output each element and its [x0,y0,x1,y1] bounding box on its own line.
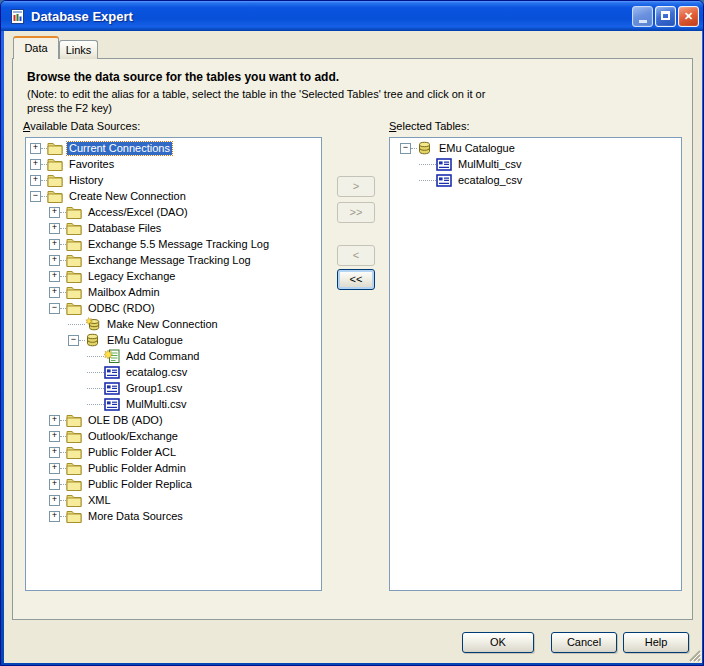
tree-item-public-folder-admin[interactable]: +Public Folder Admin [28,460,321,476]
folder-icon [66,413,83,427]
selected-tables-tree[interactable]: −EMu CatalogueMulMulti_csvecatalog_csv [389,137,682,591]
folder-icon [66,429,83,443]
close-button[interactable]: ✕ [678,6,699,27]
help-button[interactable]: Help [623,632,689,653]
move-all-left-button[interactable]: << [337,269,375,290]
note-line-1: (Note: to edit the alias for a table, se… [27,87,485,101]
expand-toggle-icon[interactable]: + [49,415,60,426]
tree-item-label: EMu Catalogue [105,334,185,347]
tree-item-create-new-connection[interactable]: −Create New Connection [28,188,321,204]
resize-grip[interactable] [687,648,701,662]
expand-toggle-icon[interactable]: + [49,447,60,458]
folder-icon [66,253,83,267]
tree-item-group1-csv[interactable]: Group1.csv [28,380,321,396]
ok-button[interactable]: OK [462,632,534,653]
tree-item-label: ODBC (RDO) [86,302,157,315]
expand-toggle-icon[interactable]: + [49,495,60,506]
dialog-body: Data Links Browse the data source for th… [4,31,702,663]
tree-connector-line [419,180,436,181]
tree-item-label: Public Folder ACL [86,446,178,459]
tree-item-mulmulti-csv[interactable]: MulMulti_csv [398,156,681,172]
maximize-icon [661,11,670,20]
collapse-toggle-icon[interactable]: − [68,335,79,346]
expand-toggle-icon[interactable]: + [49,255,60,266]
collapse-toggle-icon[interactable]: − [400,143,411,154]
tree-item-label: Public Folder Replica [86,478,194,491]
table-icon [436,157,453,171]
tree-item-current-connections[interactable]: +Current Connections [28,140,321,156]
tree-connector-line [87,388,104,389]
tree-item-mulmulti-csv[interactable]: MulMulti.csv [28,396,321,412]
title-bar[interactable]: Database Expert ✕ [1,1,704,31]
collapse-toggle-icon[interactable]: − [49,303,60,314]
tree-item-label: XML [86,494,113,507]
tree-item-xml[interactable]: +XML [28,492,321,508]
tab-data[interactable]: Data [13,36,59,59]
tree-item-make-new-connection[interactable]: Make New Connection [28,316,321,332]
expand-toggle-icon[interactable]: + [49,479,60,490]
expand-toggle-icon[interactable]: + [49,223,60,234]
tree-item-mailbox-admin[interactable]: +Mailbox Admin [28,284,321,300]
minimize-icon [639,20,647,23]
tree-item-exchange-message-tracking-log[interactable]: +Exchange Message Tracking Log [28,252,321,268]
tree-item-legacy-exchange[interactable]: +Legacy Exchange [28,268,321,284]
tree-item-access-excel-dao[interactable]: +Access/Excel (DAO) [28,204,321,220]
folder-icon [66,221,83,235]
folder-icon [66,493,83,507]
tree-item-label: Legacy Exchange [86,270,177,283]
cancel-button[interactable]: Cancel [551,632,617,653]
data-tab-page: Browse the data source for the tables yo… [12,58,693,620]
tab-links[interactable]: Links [59,40,98,59]
tree-item-label: History [67,174,105,187]
collapse-toggle-icon[interactable]: − [30,191,41,202]
folder-icon [47,157,64,171]
table-icon [104,365,121,379]
folder-icon [66,461,83,475]
tree-item-emu-catalogue[interactable]: −EMu Catalogue [398,140,681,156]
folder-icon [66,301,83,315]
report-document-icon [9,8,26,25]
tree-item-label: Public Folder Admin [86,462,188,475]
expand-toggle-icon[interactable]: + [49,287,60,298]
tree-item-label: MulMulti_csv [456,158,524,171]
available-sources-tree[interactable]: +Current Connections+Favorites+History−C… [25,137,322,591]
expand-toggle-icon[interactable]: + [49,207,60,218]
expand-toggle-icon[interactable]: + [30,175,41,186]
tree-item-exchange-5-5-message-tracking-log[interactable]: +Exchange 5.5 Message Tracking Log [28,236,321,252]
maximize-button[interactable] [655,6,676,27]
folder-icon [66,285,83,299]
expand-toggle-icon[interactable]: + [49,271,60,282]
expand-toggle-icon[interactable]: + [49,511,60,522]
tree-item-more-data-sources[interactable]: +More Data Sources [28,508,321,524]
tree-item-label: EMu Catalogue [437,142,517,155]
tree-item-ecatalog-csv[interactable]: ecatalog_csv [398,172,681,188]
tree-item-ecatalog-csv[interactable]: ecatalog.csv [28,364,321,380]
page-note: (Note: to edit the alias for a table, se… [27,87,485,115]
minimize-button[interactable] [632,6,653,27]
tree-item-database-files[interactable]: +Database Files [28,220,321,236]
move-all-right-button[interactable]: >> [337,202,375,223]
table-icon [104,397,121,411]
tree-item-history[interactable]: +History [28,172,321,188]
expand-toggle-icon[interactable]: + [49,239,60,250]
folder-icon [66,237,83,251]
move-left-button[interactable]: < [337,245,375,266]
tree-item-emu-catalogue[interactable]: −EMu Catalogue [28,332,321,348]
expand-toggle-icon[interactable]: + [49,431,60,442]
tree-item-odbc-rdo[interactable]: −ODBC (RDO) [28,300,321,316]
folder-icon [66,509,83,523]
tree-item-public-folder-acl[interactable]: +Public Folder ACL [28,444,321,460]
tree-item-public-folder-replica[interactable]: +Public Folder Replica [28,476,321,492]
tree-item-label: ecatalog_csv [456,174,524,187]
expand-toggle-icon[interactable]: + [30,159,41,170]
tree-item-ole-db-ado[interactable]: +OLE DB (ADO) [28,412,321,428]
tree-item-favorites[interactable]: +Favorites [28,156,321,172]
move-right-button[interactable]: > [337,176,375,197]
folder-icon [66,445,83,459]
tree-item-add-command[interactable]: Add Command [28,348,321,364]
database-expert-window: Database Expert ✕ Data Links Browse the … [0,0,704,666]
expand-toggle-icon[interactable]: + [30,143,41,154]
tree-item-outlook-exchange[interactable]: +Outlook/Exchange [28,428,321,444]
expand-toggle-icon[interactable]: + [49,463,60,474]
tree-connector-line [87,356,104,357]
